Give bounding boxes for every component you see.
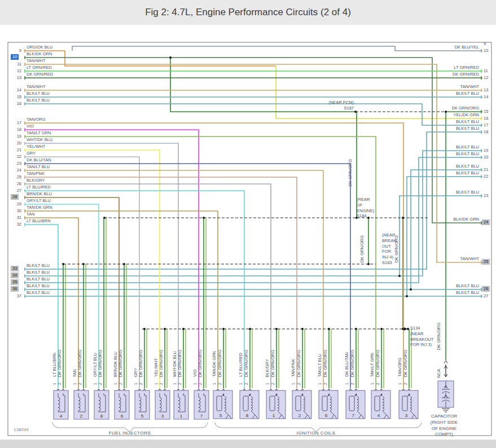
injector-cylinder-number: 7 bbox=[200, 414, 203, 419]
coil-cylinder-number: 1 bbox=[273, 413, 275, 418]
splice-dot bbox=[398, 275, 401, 277]
coil-cylinder-number: 4 bbox=[378, 413, 380, 418]
injector-cylinder-number: 1 bbox=[180, 414, 183, 419]
wire bbox=[411, 170, 482, 289]
injector-cylinder-number: 4 bbox=[60, 414, 63, 419]
wire bbox=[400, 196, 482, 276]
splice-dot bbox=[143, 328, 146, 330]
wiring-diagram-svg: 4286531758126743 bbox=[0, 0, 496, 448]
splice-dot bbox=[367, 217, 370, 219]
splice-dot bbox=[249, 328, 251, 330]
coil-cylinder-number: 8 bbox=[246, 413, 249, 418]
splice-dot bbox=[402, 217, 404, 219]
splice-dot bbox=[103, 217, 106, 219]
splice-dot bbox=[164, 328, 166, 330]
wire-injector-4-pin1 bbox=[24, 225, 58, 388]
injector-cylinder-number: 3 bbox=[161, 414, 164, 419]
wire-injector-6-pin1 bbox=[24, 197, 119, 388]
splice-dot bbox=[62, 263, 64, 265]
connector-arrow-icon bbox=[444, 361, 447, 363]
splice-dot bbox=[222, 328, 225, 330]
injector-cylinder-number: 5 bbox=[141, 414, 144, 419]
wire-injector-5-pin1 bbox=[24, 157, 139, 388]
wire bbox=[407, 177, 482, 296]
injector-cylinder-number: 6 bbox=[121, 414, 124, 419]
splice-dot bbox=[354, 111, 357, 113]
splice-dot bbox=[301, 328, 304, 330]
ground-icon bbox=[442, 409, 450, 412]
wire-coil-1-pin1 bbox=[24, 184, 271, 388]
splice-dot bbox=[123, 263, 125, 265]
wire bbox=[24, 104, 482, 125]
injector-cylinder-number: 8 bbox=[100, 414, 103, 419]
wire-coil-5-pin1 bbox=[24, 211, 218, 388]
splice-dot bbox=[328, 328, 330, 330]
splice-dot bbox=[203, 217, 205, 219]
coil-cylinder-number: 3 bbox=[405, 413, 408, 418]
coil-cylinder-number: 5 bbox=[220, 413, 222, 418]
splice-dot bbox=[355, 217, 358, 219]
splice-dot bbox=[182, 328, 185, 330]
splice-dot bbox=[407, 328, 409, 330]
splice-dot bbox=[367, 263, 370, 265]
wire-coil-3-pin1 bbox=[24, 123, 403, 388]
wire bbox=[24, 58, 482, 223]
coil-cylinder-number: 7 bbox=[352, 413, 355, 418]
splice-dot bbox=[275, 328, 278, 330]
splice-dot bbox=[355, 328, 357, 330]
bottom-gray-bar bbox=[0, 440, 496, 448]
wire-injector-7-pin1 bbox=[24, 130, 199, 388]
wire-injector-2-pin1 bbox=[24, 218, 78, 388]
wire bbox=[24, 51, 276, 66]
ignition-coils-brace bbox=[215, 423, 422, 432]
coil-cylinder-number: 6 bbox=[325, 413, 328, 418]
wire bbox=[72, 46, 482, 51]
splice-dot bbox=[445, 111, 447, 113]
wiring-diagram-page: Fig 2: 4.7L, Engine Performance Circuits… bbox=[0, 0, 496, 448]
splice-dot bbox=[82, 263, 85, 265]
wire bbox=[276, 66, 482, 118]
fuel-injectors-brace bbox=[52, 423, 208, 432]
splice-dot bbox=[402, 328, 404, 330]
coil-cylinder-number: 2 bbox=[299, 413, 301, 418]
splice-dot bbox=[410, 288, 412, 291]
splice-dot bbox=[406, 295, 408, 297]
splice-dot bbox=[380, 328, 383, 330]
splice-dot bbox=[169, 56, 172, 59]
wire-injector-1-pin1 bbox=[24, 143, 178, 388]
wire bbox=[24, 132, 482, 269]
injector-cylinder-number: 2 bbox=[80, 414, 83, 419]
